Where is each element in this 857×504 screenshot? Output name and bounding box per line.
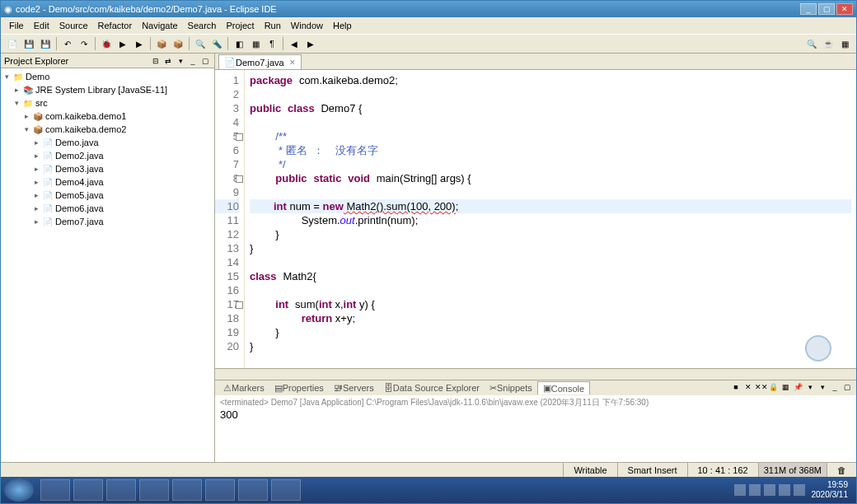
- console-clear-icon[interactable]: ▦: [780, 382, 791, 394]
- menu-source[interactable]: Source: [54, 19, 93, 32]
- tab-properties[interactable]: ▤ Properties: [269, 382, 329, 394]
- menu-bar: File Edit Source Refactor Navigate Searc…: [1, 17, 856, 34]
- tray-volume-icon[interactable]: [794, 484, 805, 496]
- menu-window[interactable]: Window: [286, 19, 328, 32]
- tree-file[interactable]: ▸📄Demo2.java: [2, 149, 213, 162]
- console-pin-icon[interactable]: 📌: [792, 382, 803, 394]
- close-button[interactable]: ✕: [836, 3, 853, 15]
- tray-clock[interactable]: 19:592020/3/11: [807, 480, 854, 500]
- quick-access-icon[interactable]: 🔍: [804, 36, 819, 51]
- open-type-icon[interactable]: 🔍: [193, 36, 208, 51]
- taskbar-chrome-icon[interactable]: [106, 479, 136, 501]
- minimize-view-icon[interactable]: _: [187, 55, 199, 67]
- menu-project[interactable]: Project: [221, 19, 259, 32]
- console-min-icon[interactable]: _: [829, 382, 841, 394]
- taskbar-eclipse-icon[interactable]: [73, 479, 103, 501]
- console-terminate-icon[interactable]: ■: [730, 382, 742, 394]
- maximize-view-icon[interactable]: ▢: [199, 55, 211, 67]
- code-content[interactable]: package com.kaikeba.demo2; public class …: [245, 70, 856, 368]
- console-launch-info: <terminated> Demo7 [Java Application] C:…: [220, 397, 851, 408]
- save-icon[interactable]: 💾: [21, 36, 36, 51]
- taskbar-app-icon[interactable]: [271, 479, 301, 501]
- taskbar-app-icon[interactable]: [205, 479, 235, 501]
- toggle-block-icon[interactable]: ▦: [248, 36, 263, 51]
- collapse-all-icon[interactable]: ⊟: [150, 55, 162, 67]
- tree-file[interactable]: ▸📄Demo3.java: [2, 162, 213, 175]
- title-bar: ◉ code2 - Demo/src/com/kaikeba/demo2/Dem…: [1, 1, 856, 17]
- tab-servers[interactable]: 🖳 Servers: [329, 382, 379, 394]
- console-text: 300: [220, 408, 851, 421]
- status-position: 10 : 41 : 162: [687, 463, 758, 477]
- src-folder-icon: 📁: [22, 97, 34, 109]
- console-scroll-lock-icon[interactable]: 🔒: [767, 382, 779, 394]
- view-menu-icon[interactable]: ▾: [175, 55, 186, 67]
- forward-icon[interactable]: ▶: [303, 36, 318, 51]
- tray-icon[interactable]: [764, 484, 775, 496]
- tray-icon[interactable]: [749, 484, 761, 496]
- tree-project[interactable]: ▾📁Demo: [2, 70, 213, 83]
- tab-snippets[interactable]: ✂ Snippets: [485, 382, 537, 394]
- taskbar-app-icon[interactable]: [139, 479, 169, 501]
- menu-file[interactable]: File: [4, 19, 29, 32]
- status-gc-icon[interactable]: 🗑: [827, 463, 856, 477]
- editor-tab[interactable]: 📄 Demo7.java ✕: [218, 54, 302, 69]
- console-remove-icon[interactable]: ✕: [742, 382, 754, 394]
- search-icon[interactable]: 🔦: [209, 36, 224, 51]
- package-icon: 📦: [32, 110, 44, 122]
- tree-pkg2[interactable]: ▾📦com.kaikeba.demo2: [2, 123, 213, 136]
- console-removeall-icon[interactable]: ✕✕: [755, 382, 766, 394]
- tree-file[interactable]: ▸📄Demo7.java: [2, 215, 213, 228]
- new-class-icon[interactable]: 📦: [154, 36, 169, 51]
- start-button[interactable]: [4, 478, 34, 502]
- menu-search[interactable]: Search: [183, 19, 222, 32]
- debug-icon[interactable]: 🐞: [99, 36, 114, 51]
- tray-icon[interactable]: [734, 484, 746, 496]
- project-icon: 📁: [12, 71, 24, 82]
- new-icon[interactable]: 📄: [5, 36, 20, 51]
- taskbar-app-icon[interactable]: [172, 479, 202, 501]
- editor-hscroll[interactable]: [215, 368, 856, 380]
- taskbar-app-icon[interactable]: [238, 479, 268, 501]
- console-open-icon[interactable]: ▾: [817, 382, 828, 394]
- java-file-icon: 📄: [42, 176, 54, 188]
- tab-close-icon[interactable]: ✕: [289, 58, 296, 67]
- run-icon[interactable]: ▶: [115, 36, 130, 51]
- tree-file[interactable]: ▸📄Demo.java: [2, 136, 213, 149]
- code-editor[interactable]: 1234 5678 9101112 13141516 17181920 pack…: [215, 70, 856, 368]
- link-editor-icon[interactable]: ⇄: [162, 55, 174, 67]
- status-bar: Writable Smart Insert 10 : 41 : 162 311M…: [1, 462, 856, 477]
- tree-jre[interactable]: ▸📚JRE System Library [JavaSE-11]: [2, 83, 213, 96]
- show-whitespace-icon[interactable]: ¶: [265, 36, 279, 51]
- new-package-icon[interactable]: 📦: [171, 36, 185, 51]
- console-output[interactable]: <terminated> Demo7 [Java Application] C:…: [215, 395, 856, 462]
- menu-help[interactable]: Help: [328, 19, 357, 32]
- console-max-icon[interactable]: ▢: [841, 382, 853, 394]
- redo-icon[interactable]: ↷: [77, 36, 91, 51]
- minimize-button[interactable]: _: [800, 3, 817, 15]
- tree-src[interactable]: ▾📁src: [2, 96, 213, 110]
- tab-markers[interactable]: ⚠ Markers: [218, 382, 269, 394]
- menu-refactor[interactable]: Refactor: [93, 19, 138, 32]
- back-icon[interactable]: ◀: [287, 36, 302, 51]
- menu-run[interactable]: Run: [260, 19, 286, 32]
- console-display-icon[interactable]: ▾: [804, 382, 816, 394]
- perspective-switch-icon[interactable]: ▦: [837, 36, 852, 51]
- tree-file[interactable]: ▸📄Demo4.java: [2, 175, 213, 189]
- tray-network-icon[interactable]: [779, 484, 790, 496]
- perspective-java-icon[interactable]: ☕: [821, 36, 836, 51]
- saveall-icon[interactable]: 💾: [38, 36, 53, 51]
- tree-file[interactable]: ▸📄Demo5.java: [2, 189, 213, 202]
- menu-edit[interactable]: Edit: [29, 19, 54, 32]
- java-file-icon: 📄: [224, 57, 236, 68]
- java-file-icon: 📄: [42, 163, 54, 175]
- tab-console[interactable]: ▣ Console: [537, 381, 590, 394]
- tree-pkg1[interactable]: ▸📦com.kaikeba.demo1: [2, 110, 213, 123]
- tree-file[interactable]: ▸📄Demo6.java: [2, 202, 213, 215]
- tab-datasource[interactable]: 🗄 Data Source Explorer: [379, 382, 485, 394]
- taskbar-explorer-icon[interactable]: [40, 479, 70, 501]
- menu-navigate[interactable]: Navigate: [137, 19, 182, 32]
- undo-icon[interactable]: ↶: [60, 36, 75, 51]
- coverage-icon[interactable]: ▶: [132, 36, 147, 51]
- maximize-button[interactable]: ▢: [818, 3, 835, 15]
- toggle-mark-icon[interactable]: ◧: [232, 36, 246, 51]
